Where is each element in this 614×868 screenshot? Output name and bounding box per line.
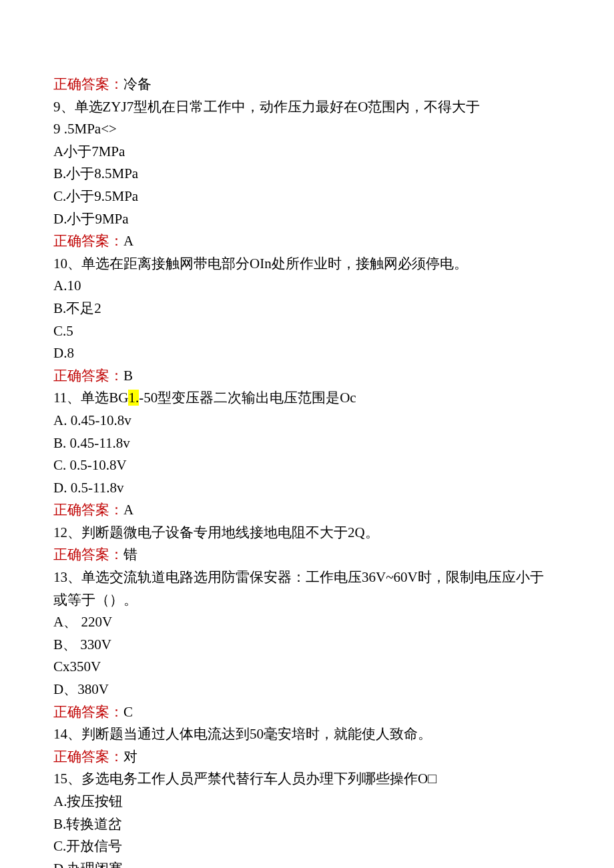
q8-answer-line: 正确答案：冷备 [53,73,561,96]
q8-answer: 冷备 [123,76,151,92]
q10-option-a: A.10 [53,275,561,298]
q15-option-b: B.转换道岔 [53,813,561,836]
q15-option-d: D.办理闭塞 [53,858,561,868]
answer-label: 正确答案： [53,546,123,562]
q12-answer-line: 正确答案：错 [53,544,561,566]
q11-highlight: 1. [128,390,139,406]
q15-stem-line1: 15、多选电务工作人员严禁代替行车人员办理下列哪些操作O□ [53,768,561,791]
q14-stem-line1: 14、判断题当通过人体电流达到50毫安培时，就能使人致命。 [53,723,561,746]
q12-answer: 错 [123,546,137,562]
q10-answer-line: 正确答案：B [53,365,561,388]
q9-stem-line2: 9 .5MPa<> [53,118,561,141]
q10-stem-line1: 10、单选在距离接触网带电部分OIn处所作业时，接触网必须停电。 [53,253,561,276]
q13-stem-line2: 或等于（）。 [53,589,561,612]
q9-option-b: B.小于8.5MPa [53,163,561,185]
q11-option-b: B. 0.45-11.8v [53,432,561,455]
q11-option-a: A. 0.45-10.8v [53,410,561,432]
q13-option-c: Cx350V [53,656,561,679]
q9-answer: A [123,233,133,249]
q13-stem-line1: 13、单选交流轨道电路选用防雷保安器：工作电压36V~60V时，限制电压应小于 [53,566,561,589]
q12-stem-line1: 12、判断题微电子设备专用地线接地电阻不大于2Q。 [53,522,561,544]
q11-post: -50型变压器二次输出电压范围是Oc [139,390,356,406]
q11-answer-line: 正确答案：A [53,499,561,522]
q11-option-c: C. 0.5-10.8V [53,454,561,477]
q10-option-d: D.8 [53,342,561,365]
answer-label: 正确答案： [53,368,123,384]
q11-answer: A [123,502,133,518]
answer-label: 正确答案： [53,502,123,518]
q15-option-c: C.开放信号 [53,835,561,858]
answer-label: 正确答案： [53,749,123,765]
answer-label: 正确答案： [53,76,123,92]
q11-pre: 11、单选BG [53,390,128,406]
q13-answer-line: 正确答案：C [53,701,561,724]
answer-label: 正确答案： [53,233,123,249]
q10-answer: B [123,368,133,384]
q9-option-c: C.小于9.5MPa [53,185,561,208]
q13-option-d: D、380V [53,679,561,701]
q9-option-a: A小于7MPa [53,141,561,163]
q13-answer: C [123,704,133,720]
q15-option-a: A.按压按钮 [53,791,561,813]
q11-stem-line1: 11、单选BG1.-50型变压器二次输出电压范围是Oc [53,387,561,410]
answer-label: 正确答案： [53,704,123,720]
q9-answer-line: 正确答案：A [53,230,561,253]
q14-answer-line: 正确答案：对 [53,746,561,769]
q11-option-d: D. 0.5-11.8v [53,477,561,500]
q13-option-b: B、 330V [53,634,561,657]
q9-stem-line1: 9、单选ZYJ7型机在日常工作中，动作压力最好在O范围内，不得大于 [53,96,561,119]
q10-option-b: B.不足2 [53,298,561,320]
q13-option-a: A、 220V [53,611,561,634]
q9-option-d: D.小于9MPa [53,208,561,231]
q10-option-c: C.5 [53,320,561,343]
q14-answer: 对 [123,749,137,765]
